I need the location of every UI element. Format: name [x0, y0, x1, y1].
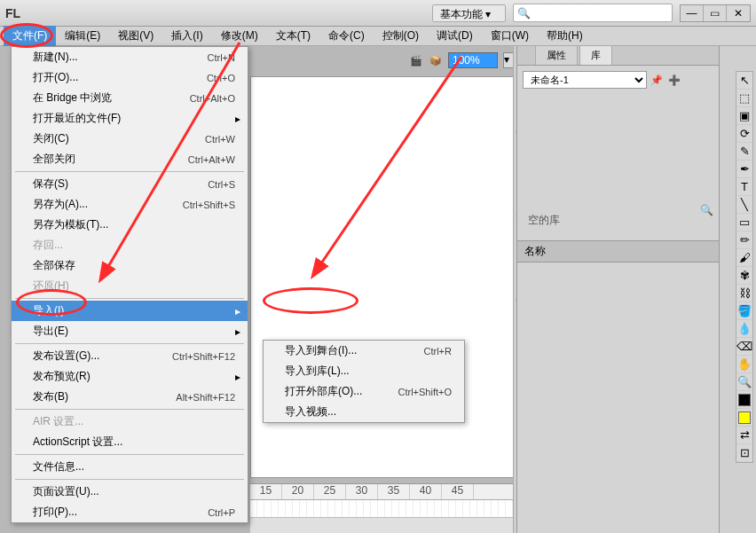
file-menu-item[interactable]: 关闭(C)Ctrl+W [12, 129, 248, 149]
file-menu-item[interactable]: 导入(I) [12, 301, 248, 321]
menu-debug[interactable]: 调试(D) [428, 26, 482, 46]
eraser-tool[interactable]: ⌫ [736, 338, 752, 356]
hand-tool[interactable]: ✋ [736, 356, 752, 373]
menu-item-label: 发布设置(G)... [33, 349, 172, 364]
file-menu-item[interactable]: 页面设置(U)... [12, 482, 248, 502]
workspace-selector[interactable]: 基本功能 ▾ [432, 4, 506, 22]
rectangle-tool[interactable]: ▭ [736, 214, 752, 231]
menu-item-label: AIR 设置... [33, 414, 235, 429]
brush-tool[interactable]: 🖌 [736, 249, 752, 267]
menu-view[interactable]: 视图(V) [109, 26, 162, 46]
import-menu-item[interactable]: 导入到库(L)... [264, 361, 464, 381]
import-menu-item[interactable]: 打开外部库(O)...Ctrl+Shift+O [264, 381, 464, 402]
file-menu-item[interactable]: 全部保存 [12, 255, 248, 276]
file-menu-item[interactable]: 发布设置(G)...Ctrl+Shift+F12 [12, 346, 248, 366]
file-menu-item[interactable]: 发布(B)Alt+Shift+F12 [12, 387, 248, 407]
subselection-tool[interactable]: ⬚ [736, 90, 752, 107]
file-menu-item[interactable]: ActionScript 设置... [12, 432, 248, 452]
menu-command[interactable]: 命令(C) [319, 26, 374, 46]
library-header[interactable]: 名称 [517, 240, 719, 263]
menu-item-label: 关闭(C) [33, 131, 205, 146]
library-col-name: 名称 [524, 244, 546, 259]
menu-item-label: 全部关闭 [33, 152, 188, 167]
menu-item-label: 发布预览(R) [33, 369, 235, 384]
selection-tool[interactable]: ↖ [736, 72, 752, 90]
file-menu-item[interactable]: 文件信息... [12, 457, 248, 477]
3d-rotation-tool[interactable]: ⟳ [736, 125, 752, 143]
menu-item-shortcut: Ctrl+W [205, 134, 235, 145]
library-search-icon[interactable]: 🔍 [700, 204, 713, 216]
menubar: 文件(F) 编辑(E) 视图(V) 插入(I) 修改(M) 文本(T) 命令(C… [0, 27, 756, 46]
menu-item-shortcut: Ctrl+S [208, 179, 235, 190]
menu-item-shortcut: Alt+Shift+F12 [176, 392, 235, 403]
file-menu-item[interactable]: 另存为(A)...Ctrl+Shift+S [12, 194, 248, 215]
tab-properties[interactable]: 属性 [535, 45, 578, 65]
paint-bucket-tool[interactable]: 🪣 [736, 302, 752, 320]
zoom-level[interactable]: 100% [448, 52, 498, 68]
menu-item-label: 打开外部库(O)... [285, 384, 398, 399]
import-menu-item[interactable]: 导入到舞台(I)...Ctrl+R [264, 341, 464, 361]
menu-insert[interactable]: 插入(I) [162, 26, 211, 46]
fill-color[interactable] [736, 409, 752, 427]
text-tool[interactable]: T [736, 178, 752, 196]
file-menu-item[interactable]: 打开最近的文件(F) [12, 108, 248, 129]
deco-tool[interactable]: ✾ [736, 267, 752, 285]
document-select[interactable]: 未命名-1 [523, 71, 647, 89]
swap-colors-icon[interactable]: ⇄ [736, 427, 752, 444]
menu-modify[interactable]: 修改(M) [212, 26, 267, 46]
menu-control[interactable]: 控制(O) [374, 26, 428, 46]
file-menu-item[interactable]: 在 Bridge 中浏览Ctrl+Alt+O [12, 88, 248, 108]
menu-item-label: 保存(S) [33, 176, 208, 192]
menu-item-shortcut: Ctrl+Shift+F12 [172, 351, 235, 362]
menu-text[interactable]: 文本(T) [267, 26, 319, 46]
search-box[interactable]: 🔍 [513, 4, 673, 22]
import-menu-item[interactable]: 导入视频... [264, 402, 464, 422]
pencil-tool[interactable]: ✏ [736, 231, 752, 249]
menu-edit[interactable]: 编辑(E) [56, 26, 109, 46]
file-menu-item[interactable]: 导出(E) [12, 321, 248, 341]
close-button[interactable]: ✕ [727, 5, 750, 21]
window-controls: — ▭ ✕ [680, 4, 751, 22]
bone-tool[interactable]: ⛓ [736, 285, 752, 302]
new-lib-icon[interactable]: ➕ [667, 74, 681, 88]
file-menu-item[interactable]: 保存(S)Ctrl+S [12, 174, 248, 194]
minimize-button[interactable]: — [681, 5, 704, 21]
tab-library[interactable]: 库 [579, 45, 612, 65]
file-menu-item[interactable]: 全部关闭Ctrl+Alt+W [12, 149, 248, 169]
menu-item-label: 另存为(A)... [33, 197, 183, 212]
workspace-label: 基本功能 [440, 8, 483, 20]
free-transform-tool[interactable]: ▣ [736, 107, 752, 125]
file-menu-item[interactable]: 打印(P)...Ctrl+P [12, 502, 248, 522]
file-menu-item[interactable]: 另存为模板(T)... [12, 215, 248, 235]
timeline-frames[interactable] [250, 500, 516, 518]
pin-icon[interactable]: 📌 [650, 74, 664, 88]
file-menu-item[interactable]: 发布预览(R) [12, 366, 248, 387]
stroke-color[interactable] [736, 391, 752, 409]
search-input[interactable] [531, 4, 668, 21]
menu-file[interactable]: 文件(F) [4, 26, 56, 46]
menu-window[interactable]: 窗口(W) [482, 26, 538, 46]
menu-item-shortcut: Ctrl+Shift+S [183, 200, 235, 210]
eyedropper-tool[interactable]: 💧 [736, 320, 752, 338]
menu-item-label: 另存为模板(T)... [33, 217, 235, 232]
file-menu-item[interactable]: 新建(N)...Ctrl+N [12, 47, 248, 67]
menu-item-label: 导入(I) [33, 303, 235, 318]
scene-icon[interactable]: 🎬 [409, 53, 423, 67]
file-menu-item[interactable]: 存回... [12, 235, 248, 255]
pen-tool[interactable]: ✒ [736, 161, 752, 178]
line-tool[interactable]: ╲ [736, 196, 752, 214]
file-menu-item[interactable]: 打开(O)...Ctrl+O [12, 67, 248, 88]
symbol-icon[interactable]: 📦 [429, 53, 443, 67]
menu-help[interactable]: 帮助(H) [538, 26, 592, 46]
library-empty-text: 空的库 [528, 213, 713, 228]
file-menu-item[interactable]: AIR 设置... [12, 412, 248, 432]
menu-item-label: 文件信息... [33, 459, 235, 474]
zoom-tool[interactable]: 🔍 [736, 373, 752, 391]
file-menu-item[interactable]: 还原(H) [12, 276, 248, 296]
lasso-tool[interactable]: ✎ [736, 143, 752, 161]
titlebar: FL 基本功能 ▾ 🔍 — ▭ ✕ [0, 0, 756, 27]
snap-icon[interactable]: ⊡ [736, 444, 752, 462]
maximize-button[interactable]: ▭ [704, 5, 727, 21]
menu-item-shortcut: Ctrl+R [424, 346, 452, 357]
timeline-ruler[interactable]: 15 20 25 30 35 40 45 [250, 484, 516, 500]
